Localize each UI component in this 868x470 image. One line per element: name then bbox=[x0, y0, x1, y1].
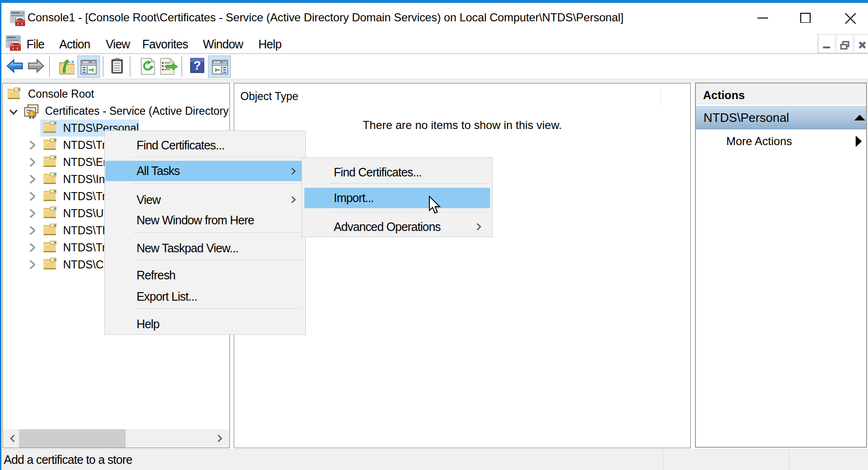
svg-text:?: ? bbox=[193, 58, 201, 73]
